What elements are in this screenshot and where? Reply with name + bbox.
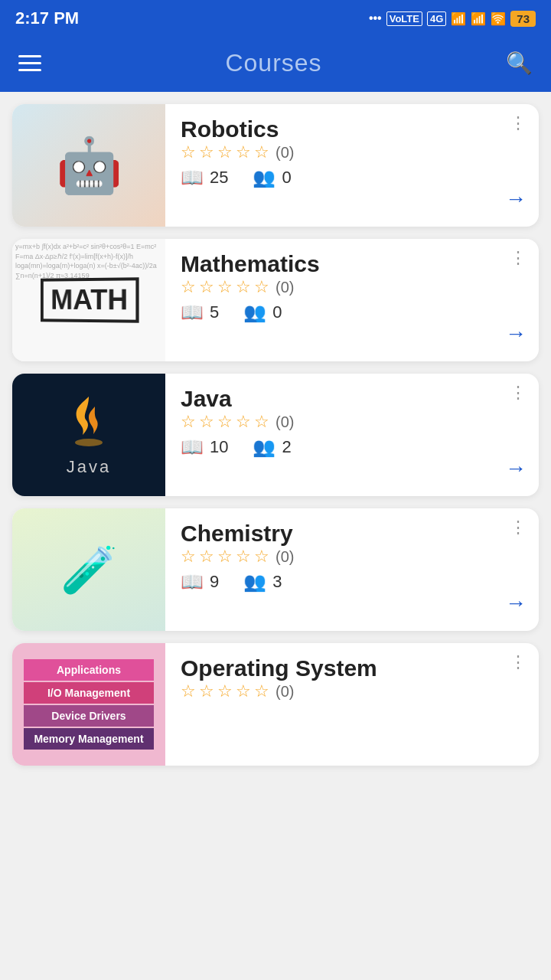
course-title-java: Java ☆ ☆ ☆ ☆ ☆ (0) 📖 10 👥 2	[181, 386, 527, 458]
course-meta-robotics: 📖 25 👥 0	[181, 167, 527, 188]
course-info-chemistry: ⋮ Chemistry ☆ ☆ ☆ ☆ ☆ (0) 📖 9	[165, 508, 539, 631]
people-icon: 👥	[243, 302, 266, 323]
wifi-icon: 🛜	[491, 11, 506, 26]
stars-os: ☆ ☆ ☆ ☆ ☆ (0)	[181, 681, 527, 701]
stars-mathematics: ☆ ☆ ☆ ☆ ☆ (0)	[181, 277, 527, 297]
lessons-robotics: 📖 25	[181, 167, 228, 188]
thumbnail-os: Applications I/O Management Device Drive…	[12, 643, 165, 766]
course-card-os: Applications I/O Management Device Drive…	[12, 643, 539, 766]
arrow-robotics[interactable]: →	[505, 187, 527, 211]
os-layers-diagram: Applications I/O Management Device Drive…	[24, 659, 154, 750]
courses-list: 🤖 ⋮ Robotics ☆ ☆ ☆ ☆ ☆ (0) 📖 25	[0, 92, 551, 778]
book-icon: 📖	[181, 436, 204, 458]
course-meta-mathematics: 📖 5 👥 0	[181, 302, 527, 323]
os-layer-drivers: Device Drivers	[24, 705, 154, 727]
more-options-robotics[interactable]: ⋮	[510, 115, 527, 132]
os-layer-applications: Applications	[24, 659, 154, 681]
thumbnail-robotics: 🤖	[12, 104, 165, 227]
course-info-robotics: ⋮ Robotics ☆ ☆ ☆ ☆ ☆ (0) 📖 25	[165, 104, 539, 227]
java-logo-svg	[66, 393, 112, 454]
course-title-chemistry: Chemistry ☆ ☆ ☆ ☆ ☆ (0) 📖 9 👥	[181, 521, 527, 593]
lessons-java: 📖 10	[181, 436, 228, 458]
robotics-image: 🤖	[12, 104, 165, 227]
book-icon: 📖	[181, 571, 204, 593]
svg-point-0	[75, 439, 103, 446]
thumbnail-chemistry: 🧪	[12, 508, 165, 631]
course-info-java: ⋮ Java ☆ ☆ ☆ ☆ ☆ (0) 📖 10 👥	[165, 374, 539, 496]
people-icon: 👥	[253, 167, 276, 188]
more-options-chemistry[interactable]: ⋮	[510, 519, 527, 536]
book-icon: 📖	[181, 167, 204, 188]
math-image: y=mx+b ∫f(x)dx a²+b²=c² sin²θ+cos²θ=1 E=…	[12, 239, 165, 361]
arrow-java[interactable]: →	[505, 456, 527, 481]
signal-bars-2: 📶	[471, 11, 486, 26]
thumbnail-mathematics: y=mx+b ∫f(x)dx a²+b²=c² sin²θ+cos²θ=1 E=…	[12, 239, 165, 361]
lessons-mathematics: 📖 5	[181, 302, 219, 323]
course-info-os: ⋮ Operating System ☆ ☆ ☆ ☆ ☆ (0)	[165, 643, 539, 766]
status-bar: 2:17 PM ••• VoLTE 4G 📶 📶 🛜 73	[0, 0, 551, 37]
book-icon: 📖	[181, 302, 204, 323]
nav-bar: Courses 🔍	[0, 37, 551, 92]
4g-icon: 4G	[427, 11, 446, 26]
signal-dots: •••	[369, 11, 382, 25]
stars-chemistry: ☆ ☆ ☆ ☆ ☆ (0)	[181, 547, 527, 567]
chemistry-image: 🧪	[12, 508, 165, 631]
java-label: Java	[67, 457, 111, 477]
stars-java: ☆ ☆ ☆ ☆ ☆ (0)	[181, 412, 527, 432]
people-icon: 👥	[253, 436, 276, 458]
more-options-os[interactable]: ⋮	[510, 654, 527, 671]
course-info-mathematics: ⋮ Mathematics ☆ ☆ ☆ ☆ ☆ (0) 📖 5	[165, 239, 539, 361]
course-title-mathematics: Mathematics ☆ ☆ ☆ ☆ ☆ (0) 📖 5 👥	[181, 251, 527, 323]
status-time: 2:17 PM	[15, 8, 79, 28]
students-mathematics: 👥 0	[243, 302, 282, 323]
course-meta-java: 📖 10 👥 2	[181, 436, 527, 458]
thumbnail-java: Java	[12, 374, 165, 496]
battery-icon: 73	[510, 11, 536, 27]
course-card-robotics: 🤖 ⋮ Robotics ☆ ☆ ☆ ☆ ☆ (0) 📖 25	[12, 104, 539, 227]
nav-title: Courses	[225, 49, 321, 77]
arrow-mathematics[interactable]: →	[505, 322, 527, 346]
status-icons: ••• VoLTE 4G 📶 📶 🛜 73	[369, 11, 536, 27]
course-card-chemistry: 🧪 ⋮ Chemistry ☆ ☆ ☆ ☆ ☆ (0) 📖 9	[12, 508, 539, 631]
course-meta-chemistry: 📖 9 👥 3	[181, 571, 527, 593]
course-title-os: Operating System ☆ ☆ ☆ ☆ ☆ (0)	[181, 655, 527, 706]
more-options-mathematics[interactable]: ⋮	[510, 250, 527, 266]
more-options-java[interactable]: ⋮	[510, 384, 527, 401]
students-java: 👥 2	[253, 436, 291, 458]
students-chemistry: 👥 3	[243, 571, 282, 593]
search-icon[interactable]: 🔍	[506, 51, 533, 76]
students-robotics: 👥 0	[253, 167, 291, 188]
people-icon: 👥	[243, 571, 266, 593]
os-layer-io: I/O Management	[24, 682, 154, 704]
volte-icon: VoLTE	[386, 11, 422, 26]
course-title-robotics: Robotics ☆ ☆ ☆ ☆ ☆ (0) 📖 25 👥	[181, 116, 527, 188]
course-card-java: Java ⋮ Java ☆ ☆ ☆ ☆ ☆ (0) 📖 10	[12, 374, 539, 496]
stars-robotics: ☆ ☆ ☆ ☆ ☆ (0)	[181, 142, 527, 162]
arrow-chemistry[interactable]: →	[505, 591, 527, 616]
course-card-mathematics: y=mx+b ∫f(x)dx a²+b²=c² sin²θ+cos²θ=1 E=…	[12, 239, 539, 361]
lessons-chemistry: 📖 9	[181, 571, 219, 593]
hamburger-menu[interactable]	[18, 55, 41, 71]
signal-bars-1: 📶	[451, 11, 466, 26]
os-layer-memory: Memory Management	[24, 728, 154, 750]
